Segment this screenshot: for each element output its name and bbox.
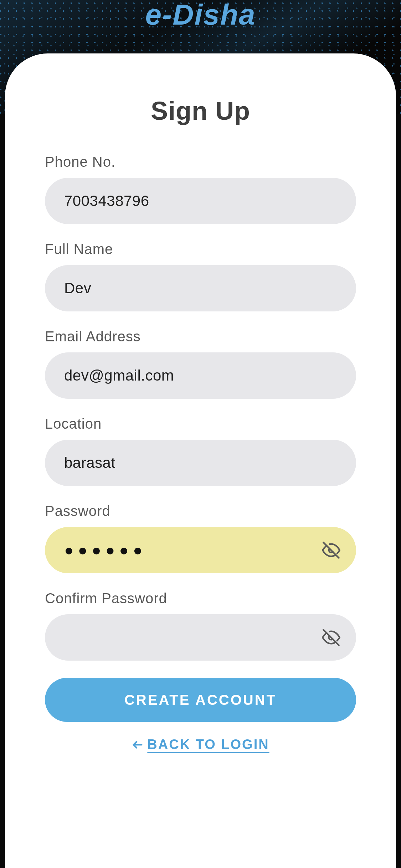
input-wrap-email (45, 352, 356, 399)
create-account-label: CREATE ACCOUNT (124, 692, 277, 708)
field-phone: Phone No. (45, 154, 356, 224)
field-location: Location (45, 416, 356, 486)
toggle-confirm-password-visibility-icon[interactable] (320, 627, 342, 648)
input-wrap-password: ●●●●●● (45, 527, 356, 573)
field-password: Password ●●●●●● (45, 503, 356, 573)
toggle-password-visibility-icon[interactable] (320, 539, 342, 561)
input-wrap-location (45, 440, 356, 486)
email-input[interactable] (64, 352, 337, 399)
fullname-input[interactable] (64, 265, 337, 311)
field-confirm-password: Confirm Password (45, 590, 356, 661)
input-wrap-confirm-password (45, 614, 356, 661)
label-password: Password (45, 503, 356, 519)
arrow-left-icon (132, 739, 144, 751)
back-to-login-label: BACK TO LOGIN (147, 737, 269, 752)
eye-off-icon (322, 628, 340, 647)
label-phone: Phone No. (45, 154, 356, 170)
password-input[interactable]: ●●●●●● (64, 541, 146, 559)
brand-name: e-Disha (145, 0, 256, 29)
location-input[interactable] (64, 440, 337, 486)
field-email: Email Address (45, 329, 356, 399)
back-to-login-link[interactable]: BACK TO LOGIN (45, 737, 356, 752)
input-wrap-fullname (45, 265, 356, 311)
input-wrap-phone (45, 178, 356, 224)
label-fullname: Full Name (45, 241, 356, 257)
page-title: Sign Up (45, 96, 356, 125)
create-account-button[interactable]: CREATE ACCOUNT (45, 678, 356, 722)
signup-card: Sign Up Phone No. Full Name Email Addres… (5, 53, 396, 868)
label-location: Location (45, 416, 356, 432)
label-email: Email Address (45, 329, 356, 345)
eye-off-icon (322, 541, 340, 559)
label-confirm-password: Confirm Password (45, 590, 356, 606)
phone-input[interactable] (64, 178, 337, 224)
brand-logo: e-Disha (145, 0, 256, 29)
field-fullname: Full Name (45, 241, 356, 311)
